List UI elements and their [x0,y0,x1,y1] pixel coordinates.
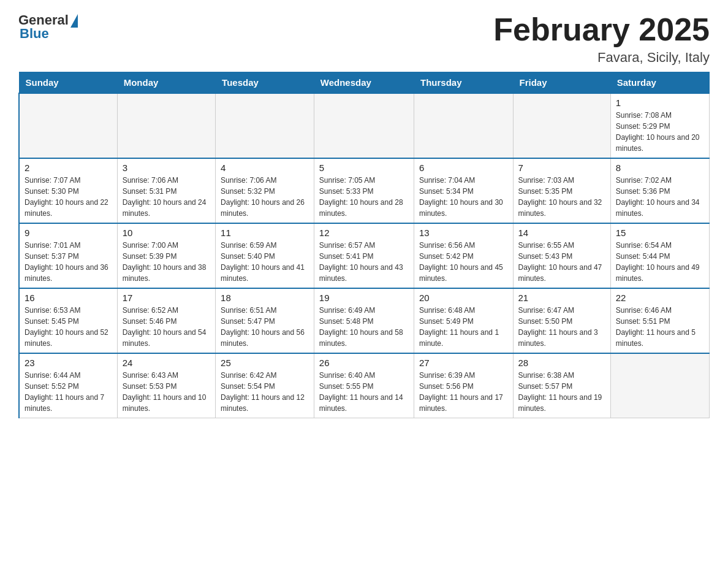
month-title: February 2025 [493,12,710,47]
weekday-header-thursday: Thursday [414,72,513,94]
day-number: 8 [616,163,704,173]
day-info: Sunrise: 7:06 AMSunset: 5:32 PMDaylight:… [221,175,309,219]
calendar-cell: 10Sunrise: 7:00 AMSunset: 5:39 PMDayligh… [117,223,215,288]
calendar-cell [216,93,314,158]
day-number: 5 [319,163,409,173]
day-info: Sunrise: 6:51 AMSunset: 5:47 PMDaylight:… [221,305,309,349]
day-info: Sunrise: 6:38 AMSunset: 5:57 PMDaylight:… [518,370,605,414]
day-number: 6 [419,163,508,173]
day-number: 10 [123,228,210,238]
day-info: Sunrise: 6:55 AMSunset: 5:43 PMDaylight:… [518,240,605,284]
day-info: Sunrise: 7:04 AMSunset: 5:34 PMDaylight:… [419,175,508,219]
calendar-week-2: 2Sunrise: 7:07 AMSunset: 5:30 PMDaylight… [19,158,710,223]
day-number: 12 [319,228,409,238]
calendar-cell: 25Sunrise: 6:42 AMSunset: 5:54 PMDayligh… [216,353,314,418]
weekday-header-monday: Monday [117,72,215,94]
calendar-cell: 20Sunrise: 6:48 AMSunset: 5:49 PMDayligh… [414,288,513,353]
calendar-cell: 19Sunrise: 6:49 AMSunset: 5:48 PMDayligh… [314,288,414,353]
calendar-cell: 6Sunrise: 7:04 AMSunset: 5:34 PMDaylight… [414,158,513,223]
calendar-cell: 26Sunrise: 6:40 AMSunset: 5:55 PMDayligh… [314,353,414,418]
day-number: 28 [518,358,605,368]
day-info: Sunrise: 6:57 AMSunset: 5:41 PMDaylight:… [319,240,409,284]
day-number: 27 [419,358,508,368]
day-info: Sunrise: 6:56 AMSunset: 5:42 PMDaylight:… [419,240,508,284]
calendar-cell: 28Sunrise: 6:38 AMSunset: 5:57 PMDayligh… [513,353,610,418]
logo: General Blue [18,12,78,42]
calendar-cell: 2Sunrise: 7:07 AMSunset: 5:30 PMDaylight… [19,158,117,223]
page-header: General Blue February 2025 Favara, Sicil… [18,12,710,66]
day-info: Sunrise: 6:40 AMSunset: 5:55 PMDaylight:… [319,370,409,414]
calendar-week-5: 23Sunrise: 6:44 AMSunset: 5:52 PMDayligh… [19,353,710,418]
logo-triangle-icon [70,14,78,28]
day-info: Sunrise: 6:48 AMSunset: 5:49 PMDaylight:… [419,305,508,349]
weekday-header-row: SundayMondayTuesdayWednesdayThursdayFrid… [19,72,710,94]
calendar-week-1: 1Sunrise: 7:08 AMSunset: 5:29 PMDaylight… [19,93,710,158]
calendar-cell [19,93,117,158]
calendar-cell: 16Sunrise: 6:53 AMSunset: 5:45 PMDayligh… [19,288,117,353]
day-number: 23 [25,358,112,368]
day-info: Sunrise: 7:06 AMSunset: 5:31 PMDaylight:… [123,175,210,219]
calendar-cell: 14Sunrise: 6:55 AMSunset: 5:43 PMDayligh… [513,223,610,288]
calendar-table: SundayMondayTuesdayWednesdayThursdayFrid… [18,72,710,418]
day-info: Sunrise: 7:01 AMSunset: 5:37 PMDaylight:… [25,240,112,284]
calendar-cell: 4Sunrise: 7:06 AMSunset: 5:32 PMDaylight… [216,158,314,223]
location-text: Favara, Sicily, Italy [493,50,710,66]
day-number: 15 [616,228,704,238]
weekday-header-friday: Friday [513,72,610,94]
day-info: Sunrise: 7:08 AMSunset: 5:29 PMDaylight:… [616,110,704,154]
calendar-cell: 17Sunrise: 6:52 AMSunset: 5:46 PMDayligh… [117,288,215,353]
day-info: Sunrise: 7:07 AMSunset: 5:30 PMDaylight:… [25,175,112,219]
calendar-cell: 9Sunrise: 7:01 AMSunset: 5:37 PMDaylight… [19,223,117,288]
calendar-cell: 21Sunrise: 6:47 AMSunset: 5:50 PMDayligh… [513,288,610,353]
day-info: Sunrise: 6:44 AMSunset: 5:52 PMDaylight:… [25,370,112,414]
calendar-cell: 13Sunrise: 6:56 AMSunset: 5:42 PMDayligh… [414,223,513,288]
weekday-header-tuesday: Tuesday [216,72,314,94]
calendar-cell: 1Sunrise: 7:08 AMSunset: 5:29 PMDaylight… [610,93,709,158]
title-block: February 2025 Favara, Sicily, Italy [493,12,710,66]
day-number: 19 [319,293,409,303]
calendar-cell: 11Sunrise: 6:59 AMSunset: 5:40 PMDayligh… [216,223,314,288]
day-info: Sunrise: 6:54 AMSunset: 5:44 PMDaylight:… [616,240,704,284]
calendar-cell: 5Sunrise: 7:05 AMSunset: 5:33 PMDaylight… [314,158,414,223]
day-number: 1 [616,98,704,108]
calendar-cell [314,93,414,158]
calendar-week-3: 9Sunrise: 7:01 AMSunset: 5:37 PMDaylight… [19,223,710,288]
day-number: 25 [221,358,309,368]
day-number: 11 [221,228,309,238]
calendar-cell: 8Sunrise: 7:02 AMSunset: 5:36 PMDaylight… [610,158,709,223]
day-info: Sunrise: 6:52 AMSunset: 5:46 PMDaylight:… [123,305,210,349]
day-number: 20 [419,293,508,303]
day-info: Sunrise: 6:39 AMSunset: 5:56 PMDaylight:… [419,370,508,414]
day-number: 9 [25,228,112,238]
calendar-cell [414,93,513,158]
day-info: Sunrise: 6:46 AMSunset: 5:51 PMDaylight:… [616,305,704,349]
calendar-cell [513,93,610,158]
day-number: 18 [221,293,309,303]
calendar-cell: 15Sunrise: 6:54 AMSunset: 5:44 PMDayligh… [610,223,709,288]
day-number: 16 [25,293,112,303]
weekday-header-sunday: Sunday [19,72,117,94]
calendar-cell: 18Sunrise: 6:51 AMSunset: 5:47 PMDayligh… [216,288,314,353]
day-info: Sunrise: 7:00 AMSunset: 5:39 PMDaylight:… [123,240,210,284]
calendar-cell [117,93,215,158]
day-number: 4 [221,163,309,173]
calendar-week-4: 16Sunrise: 6:53 AMSunset: 5:45 PMDayligh… [19,288,710,353]
day-number: 7 [518,163,605,173]
day-number: 21 [518,293,605,303]
day-info: Sunrise: 6:53 AMSunset: 5:45 PMDaylight:… [25,305,112,349]
day-info: Sunrise: 6:59 AMSunset: 5:40 PMDaylight:… [221,240,309,284]
calendar-cell: 23Sunrise: 6:44 AMSunset: 5:52 PMDayligh… [19,353,117,418]
calendar-cell: 24Sunrise: 6:43 AMSunset: 5:53 PMDayligh… [117,353,215,418]
day-number: 24 [123,358,210,368]
day-number: 17 [123,293,210,303]
calendar-cell: 22Sunrise: 6:46 AMSunset: 5:51 PMDayligh… [610,288,709,353]
weekday-header-saturday: Saturday [610,72,709,94]
day-number: 13 [419,228,508,238]
day-number: 2 [25,163,112,173]
calendar-cell: 12Sunrise: 6:57 AMSunset: 5:41 PMDayligh… [314,223,414,288]
day-info: Sunrise: 6:43 AMSunset: 5:53 PMDaylight:… [123,370,210,414]
day-number: 26 [319,358,409,368]
day-info: Sunrise: 7:05 AMSunset: 5:33 PMDaylight:… [319,175,409,219]
day-info: Sunrise: 7:02 AMSunset: 5:36 PMDaylight:… [616,175,704,219]
calendar-cell: 3Sunrise: 7:06 AMSunset: 5:31 PMDaylight… [117,158,215,223]
